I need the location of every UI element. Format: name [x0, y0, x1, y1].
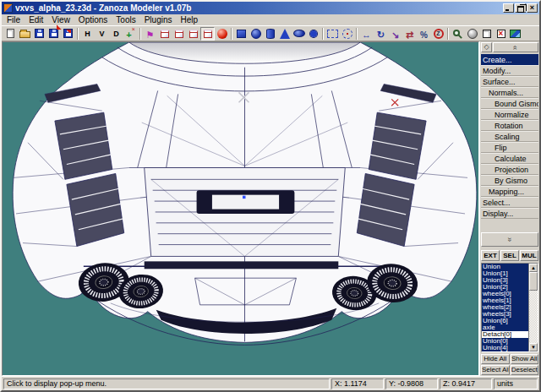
toolbar: H V D	[2, 25, 539, 41]
object-row[interactable]: axle	[482, 324, 528, 331]
menu-tools[interactable]: Tools	[112, 15, 139, 24]
scale-tool-button[interactable]	[388, 27, 402, 41]
save-file-button[interactable]	[32, 27, 46, 41]
object-row[interactable]: Union[2]	[482, 284, 528, 291]
menu-plugins[interactable]: Plugins	[140, 15, 177, 24]
sel-mode-button[interactable]: SEL	[500, 250, 519, 261]
object-list-scrollbar[interactable]: ▲ ▼	[528, 264, 538, 351]
edit-cube-2-button[interactable]	[172, 27, 186, 41]
menu-file[interactable]: File	[3, 15, 25, 24]
export-file-button[interactable]	[61, 27, 75, 41]
primitive-torus-button[interactable]	[306, 27, 320, 41]
open-file-button[interactable]	[18, 27, 32, 41]
torus-primitive-icon	[310, 30, 317, 37]
cmd-bound-gismo[interactable]: Bound Gismo	[481, 98, 538, 109]
object-row[interactable]: Union[4]	[482, 345, 528, 351]
layout-v-button[interactable]: V	[95, 27, 109, 41]
status-y-coordinate: Y: -0.9808	[385, 378, 438, 389]
object-row[interactable]: wheels[2]	[482, 304, 528, 311]
shaded-view-button[interactable]	[465, 27, 479, 41]
panel-collapse-up-button[interactable]: »	[493, 42, 538, 52]
scrollbar-track[interactable]	[529, 272, 538, 343]
primitive-sphere-button[interactable]	[249, 27, 263, 41]
menu-options[interactable]: Options	[74, 15, 112, 24]
deselect-button[interactable]: Deselect	[511, 365, 539, 375]
object-list[interactable]: Union Union[1] Union[3] Union[2] wheels[…	[481, 263, 538, 352]
percent-transform-button[interactable]	[417, 27, 431, 41]
move-tool-button[interactable]	[359, 27, 374, 41]
move-icon	[362, 26, 371, 41]
object-row[interactable]: wheels[1]	[482, 297, 528, 304]
scroll-down-arrow[interactable]: ▼	[529, 343, 538, 351]
edit-cube-1-button[interactable]	[157, 27, 172, 41]
render-sphere-button[interactable]	[215, 27, 229, 41]
title-bar[interactable]: vxvs_alpha_23.z3d - Zanoza Modeler v1.07…	[2, 2, 539, 14]
menu-view[interactable]: View	[47, 15, 74, 24]
cmd-calculate[interactable]: Calculate	[481, 153, 538, 164]
mirror-tool-button[interactable]	[402, 27, 417, 41]
object-row[interactable]: wheels[3]	[482, 311, 528, 318]
cmd-rotation[interactable]: Rotation	[481, 120, 538, 131]
cmd-by-gismo[interactable]: By Gismo	[481, 175, 538, 186]
delete-object-button[interactable]	[494, 27, 508, 41]
scrollbar-thumb[interactable]	[529, 272, 538, 291]
cmd-mapping[interactable]: Mapping...	[481, 186, 538, 197]
blue-vertex-marker	[243, 196, 245, 199]
edit-cube-3-button[interactable]	[186, 27, 200, 41]
cmd-normalize[interactable]: Normalize	[481, 109, 538, 120]
show-all-button[interactable]: Show All	[511, 354, 539, 364]
hide-all-button[interactable]: Hide All	[481, 354, 510, 364]
cmd-normals[interactable]: Normals...	[481, 87, 538, 98]
viewport-3d[interactable]	[2, 41, 479, 376]
primitive-cone-button[interactable]	[277, 27, 292, 41]
layout-h-button[interactable]: H	[80, 27, 95, 41]
object-row[interactable]: Detach[0]	[482, 331, 528, 338]
mul-mode-button[interactable]: MUL	[520, 250, 538, 261]
axis-toggle-button[interactable]	[123, 27, 138, 41]
texture-view-button[interactable]	[508, 27, 522, 41]
minimize-button[interactable]	[503, 3, 514, 13]
cmd-create[interactable]: Create...	[481, 54, 538, 65]
cmd-display[interactable]: Display...	[481, 208, 538, 219]
close-button[interactable]: ×	[527, 3, 538, 13]
zoom-tool-button[interactable]	[451, 27, 465, 41]
ext-mode-button[interactable]: EXT	[481, 250, 500, 261]
cmd-modify[interactable]: Modify...	[481, 65, 538, 76]
object-row[interactable]: Union	[482, 264, 528, 270]
rotate-tool-button[interactable]	[374, 27, 388, 41]
cmd-select[interactable]: Select...	[481, 197, 538, 208]
restore-button[interactable]	[515, 3, 526, 13]
import-file-button[interactable]	[46, 27, 61, 41]
menu-help[interactable]: Help	[177, 15, 203, 24]
rotate-icon	[377, 26, 385, 41]
disable-z-button[interactable]	[431, 27, 445, 41]
primitive-box-button[interactable]	[234, 27, 249, 41]
object-row[interactable]: wheels[0]	[482, 291, 528, 297]
primitive-ellipsoid-button[interactable]	[292, 27, 306, 41]
wireframe-view-button[interactable]	[479, 27, 494, 41]
texture-icon	[510, 30, 521, 38]
object-row[interactable]: Union[0]	[482, 338, 528, 345]
edit-cube-4-button[interactable]	[200, 27, 215, 41]
select-circle-button[interactable]	[340, 27, 354, 41]
select-all-button[interactable]: Select All	[481, 365, 510, 375]
panel-collapse-down-button[interactable]: »	[481, 232, 538, 248]
primitive-cylinder-button[interactable]	[263, 27, 277, 41]
cmd-scaling[interactable]: Scaling	[481, 131, 538, 142]
object-row[interactable]: Union[1]	[482, 270, 528, 277]
cmd-projection[interactable]: Projection	[481, 164, 538, 175]
save-icon	[35, 29, 44, 38]
status-message: Click to display pop-up menu.	[3, 378, 330, 389]
new-file-button[interactable]	[3, 27, 18, 41]
cmd-flip[interactable]: Flip	[481, 142, 538, 153]
menu-edit[interactable]: Edit	[25, 15, 47, 24]
scroll-up-arrow[interactable]: ▲	[529, 264, 538, 272]
gizmo-flag-button[interactable]	[143, 27, 157, 41]
select-rectangle-button[interactable]	[325, 27, 340, 41]
layout-d-button[interactable]: D	[109, 27, 123, 41]
object-row[interactable]: Union[6]	[482, 318, 528, 324]
scale-icon	[391, 26, 399, 41]
cmd-surface[interactable]: Surface...	[481, 76, 538, 87]
object-row[interactable]: Union[3]	[482, 277, 528, 284]
panel-pin-button[interactable]: ◇	[481, 42, 492, 52]
